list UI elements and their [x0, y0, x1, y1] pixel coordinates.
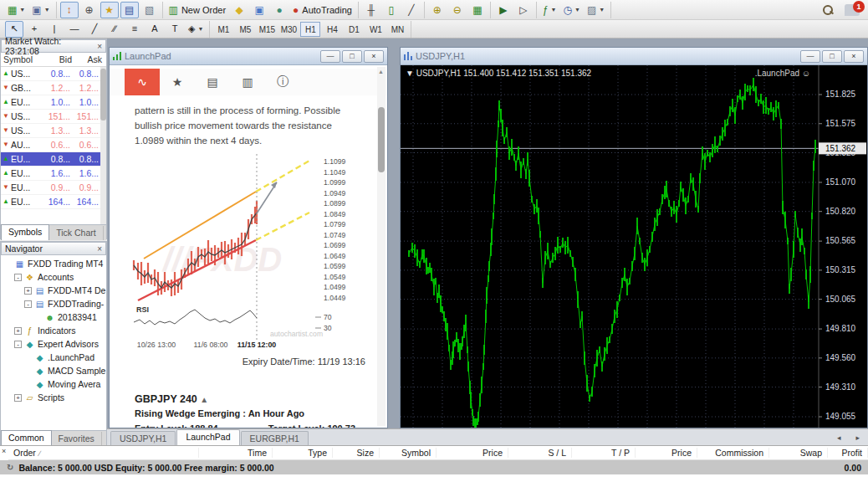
navigator-item[interactable]: +ƒIndicators [1, 324, 106, 337]
candlestick-mode-button[interactable]: ▯ [382, 2, 401, 18]
collapse-icon[interactable]: - [24, 300, 32, 308]
market-watch-row[interactable]: ▲EU...0.8...0.8... [1, 152, 106, 167]
tile-windows-button[interactable]: ▦ [468, 2, 487, 18]
indicators-list-button[interactable]: ƒ▼ [540, 2, 559, 18]
profiles-dropdown-icon[interactable]: ▼ [44, 7, 50, 13]
market-watch-row[interactable]: ▼GB...1.2...1.2... [1, 81, 106, 95]
collapse-icon[interactable]: - [14, 274, 22, 281]
launchpad-minimize-button[interactable]: — [320, 50, 340, 63]
launchpad-tab-info[interactable]: ⓘ [265, 69, 300, 95]
zoom-in-button[interactable]: ⊕ [428, 2, 447, 18]
timeframe-m30[interactable]: M30 [278, 22, 299, 37]
terminal-column-symbol[interactable]: Symbol [380, 448, 437, 458]
usdjpy-chart[interactable]: 151.825151.575151.325151.070150.820150.5… [401, 65, 867, 428]
periods-dropdown-icon[interactable]: ▼ [574, 7, 580, 13]
expand-icon[interactable]: + [24, 287, 32, 295]
signal-block[interactable]: GBPJPY 240 ▲ Rising Wedge Emerging : An … [135, 393, 369, 428]
navigator-item[interactable]: -◆Expert Advisors [1, 337, 106, 351]
text-tool-button[interactable]: A [146, 21, 164, 38]
market-watch-row[interactable]: ▼AU...0.6...0.6... [1, 138, 106, 152]
market-watch-row[interactable]: ▼US...151...151... [1, 110, 106, 124]
navigator-item[interactable]: ◆MACD Sample [1, 364, 106, 377]
timeframe-m15[interactable]: M15 [257, 22, 277, 37]
launchpad-restore-button[interactable]: □ [342, 50, 362, 63]
navigator-toggle-button[interactable]: ★ [100, 2, 119, 18]
scrollbar-thumb[interactable] [378, 107, 385, 172]
navigator-item[interactable]: +▱Scripts [1, 391, 106, 404]
market-watch-scrollbar[interactable] [100, 67, 106, 224]
navigator-tab-favorites[interactable]: Favorites [52, 432, 102, 446]
navigator-item[interactable]: -❖Accounts [1, 270, 106, 284]
crosshair-tool-button[interactable]: + [25, 21, 43, 38]
market-watch-tab-tick-chart[interactable]: Tick Chart [49, 226, 103, 240]
shapes-tool-button[interactable]: ◈▼ [186, 21, 206, 38]
chart-shift-button[interactable]: ▷ [514, 2, 533, 18]
terminal-column-profit[interactable]: Profit [828, 448, 868, 458]
periods-button[interactable]: ◷▼ [561, 2, 583, 18]
community-button[interactable]: ● [270, 2, 288, 18]
indicators-list-dropdown-icon[interactable]: ▼ [551, 7, 557, 13]
notifications-icon[interactable]: 1 [845, 4, 860, 16]
publisher-button[interactable]: ▣ [250, 2, 268, 18]
launchpad-tab-news[interactable]: ▤ [195, 69, 230, 95]
expand-icon[interactable]: + [14, 327, 22, 335]
terminal-column-type[interactable]: Type [273, 448, 333, 458]
launchpad-tab-patterns[interactable]: ∿ [125, 69, 160, 95]
navigator-item[interactable]: ☻20183941 [1, 310, 106, 324]
templates-dropdown-icon[interactable]: ▼ [599, 7, 605, 13]
timeframe-m1[interactable]: M1 [213, 22, 233, 37]
new-chart-dropdown-icon[interactable]: ▼ [19, 7, 25, 13]
terminal-column-sl[interactable]: S / L [508, 448, 572, 458]
chart-tab-eurgbp-h1[interactable]: EURGBP,H1 [241, 431, 309, 445]
profiles-button[interactable]: ▣▼ [29, 2, 52, 18]
navigator-item[interactable]: ◆.LaunchPad [1, 351, 106, 364]
auto-scroll-button[interactable]: ▶ [494, 2, 513, 18]
timeframe-w1[interactable]: W1 [365, 22, 385, 37]
terminal-close-icon[interactable]: × [2, 447, 6, 455]
usdjpy-minimize-button[interactable]: — [800, 50, 820, 63]
launchpad-scrollbar[interactable]: ▲ [377, 67, 385, 426]
terminal-column-swap[interactable]: Swap [769, 448, 828, 458]
new-order-button[interactable]: ▥New Order [166, 2, 229, 18]
market-watch-row[interactable]: ▼US...1.3...1.3... [1, 124, 106, 138]
autotrading-button[interactable]: ●AutoTrading [290, 2, 355, 18]
market-watch-row[interactable]: ▲EU...1.6...1.6... [1, 167, 106, 181]
navigator-close-icon[interactable]: × [97, 244, 102, 254]
strategy-tester-button[interactable]: ▧ [140, 2, 159, 18]
chart-tab-usdjpy-h1[interactable]: USDJPY,H1 [110, 431, 176, 445]
line-chart-mode-button[interactable]: ╱ [402, 2, 421, 18]
usdjpy-restore-button[interactable]: □ [822, 50, 842, 63]
scroll-up-icon[interactable]: ▲ [378, 69, 384, 74]
timeframe-mn[interactable]: MN [387, 22, 407, 37]
shapes-dropdown-icon[interactable]: ▼ [197, 26, 203, 32]
timeframe-h1[interactable]: H1 [300, 22, 320, 37]
timeframe-h4[interactable]: H4 [322, 22, 342, 37]
terminal-column-price[interactable]: Price [636, 448, 697, 458]
timeframe-m5[interactable]: M5 [235, 22, 255, 37]
launchpad-close-button[interactable]: × [364, 50, 384, 63]
terminal-column-order[interactable]: Order∕ [8, 448, 199, 458]
templates-button[interactable]: ▨▼ [585, 2, 607, 18]
navigator-item[interactable]: ▦FXDD Trading MT4 [1, 257, 106, 270]
navigator-item[interactable]: +▤FXDD-MT4 De [1, 284, 106, 297]
new-chart-button[interactable]: ▦▼ [5, 2, 28, 18]
usdjpy-close-button[interactable]: × [844, 50, 864, 63]
market-watch-close-icon[interactable]: × [97, 42, 102, 51]
launchpad-title-bar[interactable]: LaunchPad — □ × [110, 48, 387, 65]
navigator-item[interactable]: ◆Moving Avera [1, 377, 106, 391]
terminal-column-size[interactable]: Size [333, 448, 380, 458]
navigator-item[interactable]: -▤FXDDTrading- [1, 297, 106, 310]
data-window-button[interactable]: ⊕ [80, 2, 99, 18]
terminal-column-price[interactable]: Price [437, 448, 508, 458]
market-watch-tab-symbols[interactable]: Symbols [1, 224, 49, 240]
terminal-column-time[interactable]: Time [199, 448, 273, 458]
zoom-out-button[interactable]: ⊖ [448, 2, 467, 18]
bar-chart-mode-button[interactable]: ╫ [362, 2, 380, 18]
terminal-column-tp[interactable]: T / P [572, 448, 636, 458]
launchpad-tab-analysis[interactable]: ▥ [230, 69, 265, 95]
market-watch-toggle-button[interactable]: ↕ [60, 2, 79, 18]
cursor-tool-button[interactable]: ↖ [5, 21, 23, 38]
horizontal-line-tool-button[interactable]: — [65, 21, 84, 38]
metaeditor-button[interactable]: ◆ [230, 2, 248, 18]
trendline-tool-button[interactable]: ╱ [85, 21, 104, 38]
